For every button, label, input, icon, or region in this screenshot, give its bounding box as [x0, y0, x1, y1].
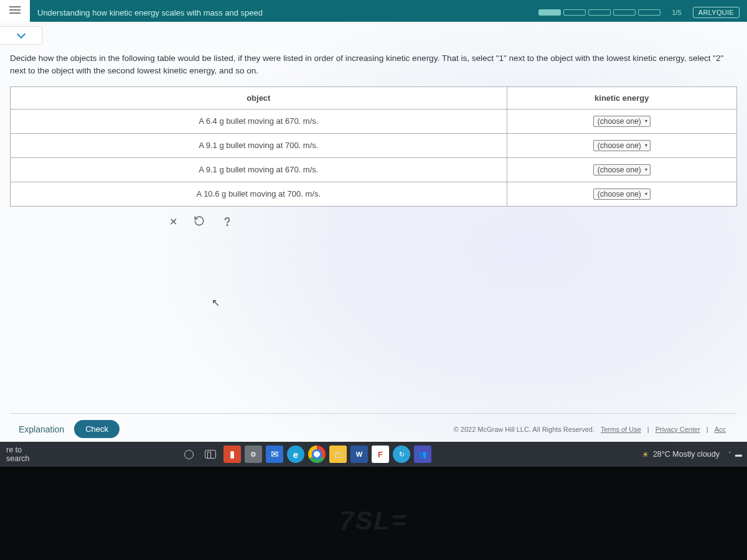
page-title: Understanding how kinetic energy scales … [37, 8, 263, 17]
progress-indicator [538, 9, 660, 16]
app-f-icon[interactable]: F [372, 446, 389, 463]
collapse-panel-button[interactable] [0, 26, 42, 45]
col-object-header: object [11, 86, 507, 109]
chevron-down-icon: ▾ [645, 142, 647, 148]
chevron-down-icon: ▾ [645, 191, 647, 197]
progress-box [563, 9, 586, 16]
rank-dropdown[interactable]: (choose one)▾ [593, 116, 651, 127]
user-badge[interactable]: ARLYQUIE [693, 7, 740, 18]
teams-icon[interactable]: 👥 [414, 446, 431, 463]
clear-button[interactable]: ✕ [169, 216, 177, 228]
file-explorer-icon[interactable]: 🗀 [329, 446, 347, 463]
progress-count: 1/5 [672, 9, 681, 16]
rank-dropdown[interactable]: (choose one)▾ [593, 189, 651, 200]
help-button[interactable] [221, 215, 233, 228]
hamburger-icon [9, 9, 21, 11]
check-button[interactable]: Check [74, 420, 120, 438]
question-icon [221, 215, 233, 228]
object-cell: A 9.1 g bullet moving at 700. m/s. [11, 133, 507, 157]
battery-icon[interactable]: ▬ [735, 450, 742, 458]
undo-icon [194, 215, 205, 226]
table-row: A 9.1 g bullet moving at 700. m/s. (choo… [11, 133, 737, 157]
progress-box [538, 9, 561, 16]
hamburger-button[interactable] [0, 0, 30, 20]
taskbar-search[interactable]: re to search [0, 446, 44, 463]
terms-link[interactable]: Terms of Use [601, 426, 641, 433]
table-row: A 9.1 g bullet moving at 670. m/s. (choo… [11, 157, 737, 182]
chevron-down-icon: ▾ [645, 118, 647, 124]
col-ke-header: kinetic energy [507, 86, 736, 109]
chevron-down-icon: ▾ [645, 167, 647, 172]
privacy-link[interactable]: Privacy Center [655, 426, 700, 433]
explanation-button[interactable]: Explanation [19, 424, 64, 434]
cursor-icon: ↖ [212, 297, 220, 309]
windows-taskbar: re to search ▮ ⚙ ✉ e 🗀 W F ↻ 👥 ☀ 28°C Mo… [0, 442, 747, 467]
task-view-icon[interactable] [205, 450, 216, 459]
tray-chevron-icon[interactable]: ˄ [728, 451, 731, 457]
settings-icon[interactable]: ⚙ [245, 446, 262, 463]
chrome-icon[interactable] [308, 446, 326, 463]
object-cell: A 9.1 g bullet moving at 670. m/s. [11, 157, 507, 182]
weather-text: 28°C Mostly cloudy [653, 450, 720, 459]
mail-icon[interactable]: ✉ [266, 446, 283, 463]
chevron-down-icon [16, 30, 25, 39]
system-tray[interactable]: ˄ ▬ [728, 450, 742, 458]
object-cell: A 10.6 g bullet moving at 700. m/s. [11, 182, 507, 206]
kinetic-energy-table: object kinetic energy A 6.4 g bullet mov… [10, 86, 737, 207]
rank-dropdown[interactable]: (choose one)▾ [593, 164, 651, 175]
object-cell: A 6.4 g bullet moving at 670. m/s. [11, 109, 507, 133]
weather-widget[interactable]: ☀ 28°C Mostly cloudy [642, 450, 720, 459]
accessibility-link[interactable]: Acc [715, 426, 726, 433]
question-prompt: Decide how the objects in the following … [10, 52, 737, 78]
faint-logo: 7SL= [339, 506, 408, 536]
progress-box [613, 9, 636, 16]
progress-box [588, 9, 611, 16]
copyright-bar: © 2022 McGraw Hill LLC. All Rights Reser… [454, 426, 728, 433]
progress-box [638, 9, 660, 16]
reset-button[interactable] [194, 215, 205, 228]
copyright-text: © 2022 McGraw Hill LLC. All Rights Reser… [454, 426, 594, 433]
table-row: A 10.6 g bullet moving at 700. m/s. (cho… [11, 182, 737, 206]
rank-dropdown[interactable]: (choose one)▾ [593, 140, 651, 151]
cortana-icon[interactable] [184, 450, 194, 459]
weather-icon: ☀ [642, 450, 649, 459]
edge-icon[interactable]: e [287, 446, 304, 463]
store-icon[interactable]: ▮ [223, 446, 241, 463]
monitor-bezel: 7SL= [0, 467, 747, 560]
svg-point-0 [227, 225, 227, 225]
system-icon[interactable]: ↻ [393, 446, 410, 463]
table-row: A 6.4 g bullet moving at 670. m/s. (choo… [11, 109, 737, 133]
word-icon[interactable]: W [350, 446, 368, 463]
